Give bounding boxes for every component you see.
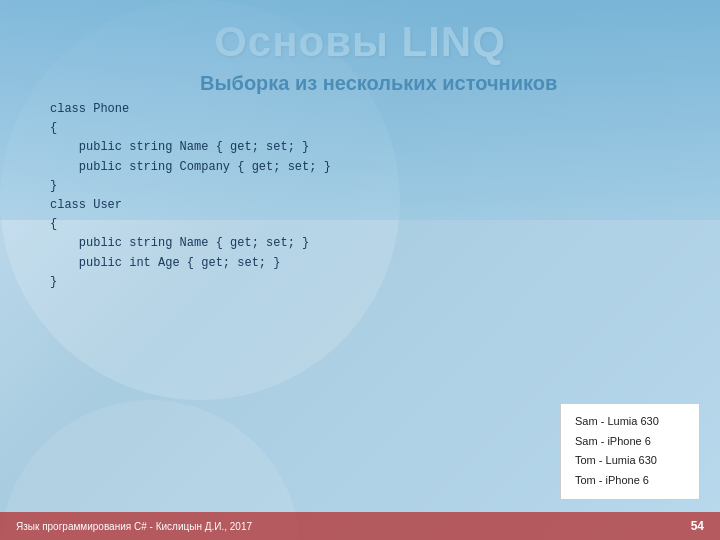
footer-author: Язык программирования C# - Кислицын Д.И.…: [16, 521, 252, 532]
code-content: class Phone { public string Name { get; …: [50, 100, 331, 292]
result-item-3: Tom - Lumia 630: [575, 451, 685, 471]
footer: Язык программирования C# - Кислицын Д.И.…: [0, 512, 720, 540]
result-item-2: Sam - iPhone 6: [575, 432, 685, 452]
results-box: Sam - Lumia 630 Sam - iPhone 6 Tom - Lum…: [560, 403, 700, 500]
code-block: class Phone { public string Name { get; …: [50, 100, 331, 292]
slide: Основы LINQ Выборка из нескольких источн…: [0, 0, 720, 540]
result-item-4: Tom - iPhone 6: [575, 471, 685, 491]
result-item-1: Sam - Lumia 630: [575, 412, 685, 432]
footer-page: 54: [691, 519, 704, 533]
